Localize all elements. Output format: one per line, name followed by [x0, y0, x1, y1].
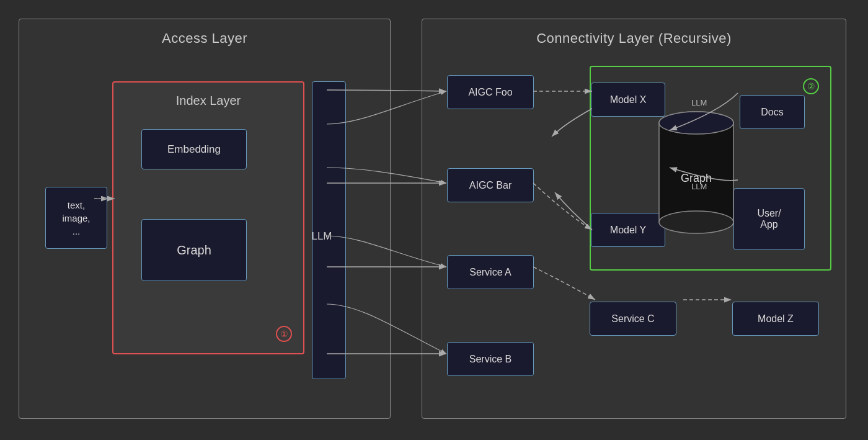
user-app-label: User/App — [757, 208, 781, 230]
aigc-foo-label: AIGC Foo — [468, 87, 512, 98]
llm-bar-label: LLM — [311, 230, 332, 243]
index-layer-label: Index Layer — [176, 94, 241, 108]
connectivity-layer-label: Connectivity Layer (Recursive) — [536, 30, 732, 47]
service-b-label: Service B — [469, 354, 512, 365]
graph-index-box: Graph — [141, 219, 247, 281]
model-z-label: Model Z — [758, 313, 794, 325]
service-c-box: Service C — [590, 302, 676, 336]
model-y-label: Model Y — [610, 225, 646, 236]
service-b-box: Service B — [447, 342, 534, 376]
svg-text:Graph: Graph — [681, 172, 712, 184]
service-a-box: Service A — [447, 255, 534, 289]
service-a-label: Service A — [469, 267, 512, 278]
service-c-label: Service C — [611, 313, 654, 325]
embedding-label: Embedding — [167, 143, 221, 156]
access-layer: Access Layer Index Layer Embedding Graph… — [19, 19, 391, 419]
aigc-bar-label: AIGC Bar — [469, 180, 512, 191]
model-x-label: Model X — [610, 94, 647, 106]
diagram-container: Access Layer Index Layer Embedding Graph… — [0, 0, 868, 440]
svg-point-2 — [659, 211, 733, 233]
connectivity-layer: Connectivity Layer (Recursive) AIGC Foo … — [422, 19, 846, 419]
input-node: text,image,... — [45, 187, 107, 249]
aigc-bar-box: AIGC Bar — [447, 168, 534, 202]
svg-point-3 — [659, 112, 733, 134]
user-app-box: User/App — [733, 188, 805, 250]
graph-cylinder: Graph — [653, 101, 740, 244]
aigc-foo-box: AIGC Foo — [447, 75, 534, 109]
access-layer-label: Access Layer — [162, 30, 247, 47]
badge-2: ② — [803, 78, 819, 94]
embedding-box: Embedding — [141, 129, 247, 169]
input-label: text,image,... — [62, 199, 90, 238]
index-layer: Index Layer Embedding Graph ① — [112, 81, 304, 354]
model-z-box: Model Z — [732, 302, 819, 336]
badge-1: ① — [276, 326, 292, 342]
graph-index-label: Graph — [177, 243, 211, 258]
docs-label: Docs — [761, 107, 783, 118]
recursive-box: Model X Model Y Docs User/App — [590, 66, 831, 271]
docs-box: Docs — [740, 95, 805, 129]
